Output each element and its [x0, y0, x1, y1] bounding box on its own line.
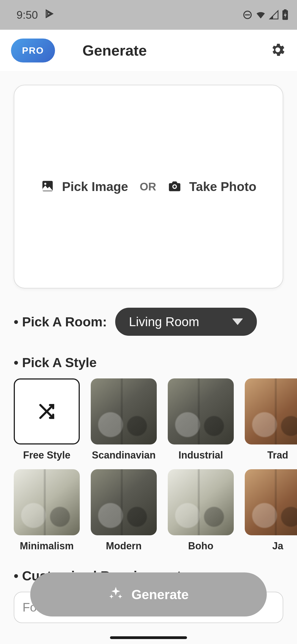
style-row-1: Free Style Scandinavian Industrial Trad — [14, 378, 283, 461]
generate-label: Generate — [131, 587, 189, 602]
style-thumb — [14, 469, 80, 535]
take-photo-button[interactable]: Take Photo — [168, 179, 257, 194]
or-divider: OR — [140, 181, 156, 193]
style-item-traditional[interactable]: Trad — [245, 378, 297, 461]
pick-room-row: Pick A Room: Living Room — [14, 308, 283, 336]
pro-badge[interactable]: PRO — [11, 39, 55, 62]
settings-button[interactable] — [270, 42, 286, 59]
style-thumb — [91, 378, 157, 444]
style-thumb — [91, 469, 157, 535]
style-thumb — [245, 378, 297, 444]
svg-point-7 — [44, 183, 46, 185]
style-thumb — [245, 469, 297, 535]
app-header: PRO Generate — [0, 30, 297, 71]
pick-image-label: Pick Image — [62, 179, 128, 194]
gear-icon — [270, 42, 286, 58]
status-time: 9:50 — [16, 9, 38, 21]
style-name: Modern — [106, 540, 142, 552]
main-content: Pick Image OR Take Photo Pick A Room: Li… — [0, 85, 297, 623]
style-thumb — [168, 469, 234, 535]
room-dropdown[interactable]: Living Room — [115, 308, 257, 336]
camera-icon — [168, 179, 182, 194]
style-name: Ja — [272, 540, 283, 552]
generate-button[interactable]: Generate — [30, 572, 267, 616]
style-name: Industrial — [178, 449, 223, 461]
chevron-down-icon — [232, 318, 243, 325]
style-item-scandinavian[interactable]: Scandinavian — [91, 378, 157, 461]
style-name: Minimalism — [20, 540, 74, 552]
style-thumb — [14, 378, 80, 444]
signal-icon — [269, 10, 279, 20]
shuffle-icon — [37, 402, 56, 421]
play-outline-icon — [43, 8, 54, 22]
status-bar: 9:50 — [0, 0, 297, 30]
style-item-free-style[interactable]: Free Style — [14, 378, 80, 461]
style-item-modern[interactable]: Modern — [91, 469, 157, 552]
image-icon — [41, 179, 54, 194]
style-item-boho[interactable]: Boho — [168, 469, 234, 552]
status-left: 9:50 — [16, 8, 54, 22]
svg-rect-5 — [284, 9, 287, 11]
image-upload-card: Pick Image OR Take Photo — [14, 85, 283, 288]
style-item-industrial[interactable]: Industrial — [168, 378, 234, 461]
battery-icon — [282, 9, 289, 20]
room-selected-value: Living Room — [129, 314, 199, 329]
style-thumb — [168, 378, 234, 444]
wifi-icon — [255, 9, 266, 20]
take-photo-label: Take Photo — [189, 179, 257, 194]
style-name: Boho — [188, 540, 213, 552]
style-name: Free Style — [23, 449, 70, 461]
upload-options: Pick Image OR Take Photo — [41, 179, 257, 194]
pick-image-button[interactable]: Pick Image — [41, 179, 128, 194]
nav-handle[interactable] — [110, 636, 187, 639]
sparkle-icon — [108, 586, 123, 604]
style-row-2: Minimalism Modern Boho Ja — [14, 469, 283, 552]
page-title: Generate — [82, 42, 147, 59]
pick-style-row: Pick A Style — [14, 355, 283, 370]
style-name: Scandinavian — [92, 449, 156, 461]
do-not-disturb-icon — [243, 10, 252, 20]
style-name: Trad — [267, 449, 288, 461]
style-item-japanese[interactable]: Ja — [245, 469, 297, 552]
pick-room-label: Pick A Room: — [14, 314, 107, 329]
status-right — [243, 9, 289, 20]
svg-point-9 — [173, 185, 176, 188]
pick-style-label: Pick A Style — [14, 355, 97, 370]
style-item-minimalism[interactable]: Minimalism — [14, 469, 80, 552]
